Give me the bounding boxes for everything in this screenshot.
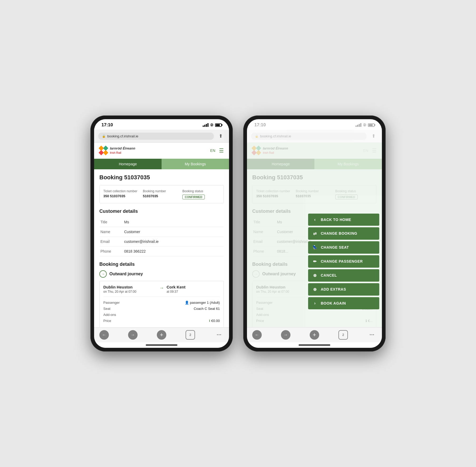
language-selector[interactable]: EN	[210, 148, 215, 153]
hamburger-menu-right: ☰	[372, 147, 377, 154]
browser-bar-right: 🔒 booking.cf.irishrail.ie ⬆	[247, 130, 382, 143]
battery-icon-right	[368, 123, 375, 127]
price-label: Price	[103, 319, 111, 323]
home-indicator-left	[94, 342, 229, 348]
change-booking-button[interactable]: ⇄ CHANGE BOOKING	[308, 227, 379, 240]
add-extras-button[interactable]: ⊕ ADD EXTRAS	[308, 283, 379, 296]
cancel-button[interactable]: ⊗ CANCEL	[308, 269, 379, 282]
booking-number-label-right: Booking number	[296, 189, 333, 194]
change-booking-icon: ⇄	[312, 231, 318, 236]
title-value: Ms	[123, 217, 224, 227]
lock-icon-right: 🔒	[255, 134, 259, 138]
logo-area-right: Iarnród Éireann Irish Rail	[252, 146, 288, 155]
from-station: Dublin Heuston on Thu, 20 Apr at 07:00	[103, 285, 157, 293]
share-button[interactable]: ⬆	[216, 132, 225, 140]
page-content-left: Iarnród Éireann Irish Rail EN ☰ Homepage…	[94, 143, 229, 327]
from-station-time-right: on Thu, 20 Apr at 07:00	[256, 290, 309, 293]
time-right: 17:10	[254, 122, 266, 128]
journey-details: Passenger 👤 passenger 1 (Adult) Seat Coa…	[103, 297, 220, 324]
tab-my-bookings[interactable]: My Bookings	[162, 159, 229, 169]
more-button[interactable]: ···	[214, 330, 224, 340]
book-again-button[interactable]: › BOOK AGAIN	[308, 297, 379, 309]
passenger-label: Passenger	[103, 301, 120, 305]
from-station-name: Dublin Heuston	[103, 285, 157, 289]
logo-text: Iarnród Éireann Irish Rail	[110, 146, 135, 155]
browser-nav-left: ← → + 2 ···	[94, 327, 229, 342]
more-button-right[interactable]: ···	[367, 330, 377, 340]
booking-number-cell: Booking number 51037035	[143, 189, 180, 199]
new-tab-button-right[interactable]: +	[310, 330, 319, 340]
journey-card: Dublin Heuston on Thu, 20 Apr at 07:00 →…	[99, 281, 224, 327]
home-bar	[146, 344, 177, 346]
booking-info-grid: Ticket collection number 350 51037035 Bo…	[99, 185, 224, 203]
add-extras-icon: ⊕	[312, 287, 318, 292]
wifi-icon: ②	[210, 123, 213, 127]
seat-icon: 💺	[312, 245, 318, 250]
back-to-home-button[interactable]: ‹ BACK TO HOME	[308, 214, 379, 226]
from-station-name-right: Dublin Heuston	[256, 285, 309, 289]
forward-button[interactable]: →	[128, 330, 138, 340]
new-tab-button[interactable]: +	[157, 330, 166, 340]
header-right: EN ☰	[210, 147, 224, 154]
seat-label: Seat	[103, 307, 110, 311]
seat-value: Coach C Seat 61	[194, 307, 220, 311]
passenger-icon: 👤	[185, 301, 189, 305]
passenger-icon: ✏	[312, 259, 318, 264]
ticket-collection-value-right: 350 51037035	[256, 194, 294, 198]
booking-number-label: Booking number	[143, 189, 180, 194]
to-station-name: Cork Kent	[167, 285, 220, 289]
price-row: Price ℹ €0.00	[103, 318, 220, 324]
outward-journey-label-right: Outward journey	[262, 272, 296, 276]
change-seat-button[interactable]: 💺 CHANGE SEAT	[308, 241, 379, 254]
book-again-icon: ›	[312, 301, 318, 306]
name-label: Name	[99, 227, 123, 237]
forward-button-right[interactable]: →	[281, 330, 290, 340]
signal-icon-right	[356, 123, 361, 127]
ticket-collection-cell-right: Ticket collection number 350 51037035	[256, 189, 294, 199]
back-button[interactable]: ←	[99, 330, 109, 340]
table-row: Email customer@irishrail.ie	[99, 237, 224, 246]
page-header-left: Iarnród Éireann Irish Rail EN ☰	[94, 143, 229, 159]
status-bar-right: 17:10 ②	[247, 119, 382, 130]
logo-text-right: Iarnród Éireann Irish Rail	[263, 146, 288, 155]
ticket-collection-cell: Ticket collection number 350 51037035	[103, 189, 141, 199]
ticket-collection-label-right: Ticket collection number	[256, 189, 294, 194]
booking-status-badge: CONFIRMED	[182, 195, 205, 199]
chevron-left-icon: ‹	[312, 217, 318, 222]
share-button-right[interactable]: ⬆	[369, 132, 378, 140]
email-value: customer@irishrail.ie	[123, 237, 224, 246]
ticket-collection-value: 350 51037035	[103, 194, 141, 198]
header-right-right: EN ☰	[363, 147, 377, 154]
nav-tabs-right: Homepage My Bookings	[247, 159, 382, 169]
home-indicator-right	[247, 342, 382, 348]
booking-title: Booking 51037035	[99, 174, 224, 181]
price-value: ℹ €0.00	[209, 319, 220, 323]
tab-homepage-right: Homepage	[247, 159, 314, 169]
customer-table: Title Ms Name Customer Email customer@ir…	[99, 217, 224, 256]
from-station-right: Dublin Heuston on Thu, 20 Apr at 07:00	[256, 285, 309, 293]
route-arrow-icon: →	[159, 285, 164, 291]
addons-row: Add-ons	[103, 312, 220, 318]
battery-icon	[215, 123, 222, 127]
seat-row: Seat Coach C Seat 61	[103, 306, 220, 312]
change-passenger-button[interactable]: ✏ CHANGE PASSENGER	[308, 255, 379, 268]
time-left: 17:10	[101, 122, 113, 128]
url-bar-left[interactable]: 🔒 booking.cf.irishrail.ie	[98, 133, 214, 140]
from-station-time: on Thu, 20 Apr at 07:00	[103, 290, 157, 293]
main-content-left: Booking 51037035 Ticket collection numbe…	[94, 169, 229, 327]
nav-tabs-left: Homepage My Bookings	[94, 159, 229, 169]
title-label: Title	[99, 217, 123, 227]
tab-count-button[interactable]: 2	[186, 330, 195, 340]
hamburger-menu[interactable]: ☰	[219, 147, 224, 154]
page-content-right: Iarnród Éireann Irish Rail EN ☰ Homepage…	[247, 143, 382, 327]
tab-count-button-right[interactable]: 2	[338, 330, 348, 340]
back-button-right[interactable]: ←	[252, 330, 262, 340]
url-text-right: booking.cf.irishrail.ie	[260, 134, 291, 138]
phone-label: Phone	[99, 246, 123, 256]
status-icons-right: ②	[356, 123, 375, 127]
journey-header: → Outward journey	[99, 270, 224, 278]
to-station-time: at 09:37	[167, 290, 220, 293]
lock-icon: 🔒	[102, 134, 106, 138]
tab-homepage[interactable]: Homepage	[94, 159, 162, 169]
phone-label-r: Phone	[252, 246, 276, 256]
